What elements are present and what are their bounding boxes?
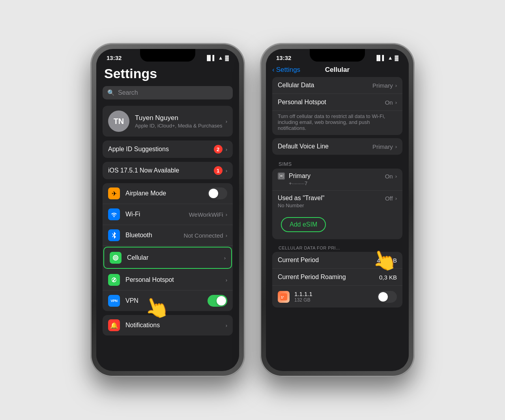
current-period-roaming-value: 0,3 KB (379, 274, 397, 281)
airplane-icon: ✈ (108, 188, 120, 199)
primary-sim-chevron: › (395, 173, 397, 179)
primary-sim-number: +·········7 (289, 180, 397, 186)
signal-icon: ▐▌▌ (205, 55, 216, 61)
add-esim-button[interactable]: Add eSIM (281, 217, 326, 232)
wifi-status-icon-right: ▲ (388, 55, 393, 61)
app-1111-name: 1.1.1.1 (294, 291, 377, 297)
airplane-toggle-thumb (209, 189, 218, 198)
current-period-row[interactable]: Current Period 472 GB (272, 252, 402, 269)
personal-hotspot-chevron: › (395, 99, 397, 105)
current-period-value: 472 GB (377, 257, 397, 264)
ios-update-group[interactable]: iOS 17.5.1 Now Available 1 › (103, 162, 233, 179)
profile-chevron: › (226, 118, 227, 124)
profile-subtitle: Apple ID, iCloud+, Media & Purchases (135, 123, 226, 129)
cellular-content: Cellular Data Primary › Personal Hotspot… (266, 77, 409, 311)
default-voice-row[interactable]: Default Voice Line Primary › (272, 138, 402, 155)
main-settings-group: ✈ Airplane Mode Wi-Fi (103, 183, 233, 311)
airplane-mode-row[interactable]: ✈ Airplane Mode (103, 183, 233, 204)
back-button[interactable]: ‹ Settings (272, 66, 300, 74)
search-placeholder: Search (118, 89, 138, 96)
ios-update-badge: 1 (214, 166, 223, 175)
wifi-row[interactable]: Wi-Fi WeWorkWiFi › (103, 204, 233, 225)
current-period-label: Current Period (278, 257, 377, 264)
app-1111-toggle[interactable] (377, 291, 397, 303)
primary-sim-label: Primary (289, 172, 385, 180)
notifications-group[interactable]: 🔔 Notifications › (103, 315, 233, 336)
wifi-chevron: › (226, 212, 227, 218)
phone-screen-right: 13:32 ▐▌▌ ▲ ▓ ‹ Settings Cellular (266, 49, 409, 371)
cellular-icon (110, 252, 122, 264)
travel-sim-container[interactable]: Used as "Travel" Off › No Number (272, 191, 402, 212)
ios-update-row[interactable]: iOS 17.5.1 Now Available 1 › (103, 162, 233, 179)
status-icons-right: ▐▌▌ ▲ ▓ (375, 55, 398, 61)
add-esim-container[interactable]: Add eSIM (272, 212, 402, 239)
vpn-label: VPN (125, 297, 208, 304)
svg-rect-4 (280, 175, 282, 177)
primary-sim-container[interactable]: Primary On › +·········7 (272, 169, 402, 191)
vpn-toggle-thumb (217, 296, 226, 306)
data-usage-group: Current Period 472 GB Current Period Roa… (272, 252, 402, 308)
cellular-data-group: Cellular Data Primary › Personal Hotspot… (272, 77, 402, 135)
travel-sim-value: Off (385, 195, 393, 202)
current-period-roaming-label: Current Period Roaming (278, 274, 379, 281)
travel-sim-label: Used as "Travel" (278, 195, 385, 202)
bluetooth-row[interactable]: Bluetooth Not Connected › (103, 225, 233, 246)
cellular-row[interactable]: Cellular › (103, 247, 232, 269)
bluetooth-value: Not Connected (184, 232, 223, 239)
personal-hotspot-row[interactable]: Personal Hotspot › (103, 270, 233, 291)
personal-hotspot-label-right: Personal Hotspot (278, 99, 385, 106)
cellular-data-label: Cellular Data (278, 82, 372, 89)
app-1111-icon: 1¹ (278, 291, 290, 303)
nav-bar: ‹ Settings Cellular (266, 63, 409, 77)
signal-icon-right: ▐▌▌ (375, 55, 386, 61)
current-period-roaming-row[interactable]: Current Period Roaming 0,3 KB (272, 269, 402, 286)
search-icon: 🔍 (107, 89, 115, 96)
cellular-data-section-label: CELLULAR DATA FOR PRI... (272, 242, 402, 252)
bluetooth-icon (108, 229, 120, 241)
cellular-screen-content: ‹ Settings Cellular Cellular Data Primar… (266, 63, 409, 368)
vpn-row[interactable]: VPN VPN (103, 291, 233, 311)
notifications-label: Notifications (125, 322, 226, 329)
hotspot-icon (108, 274, 120, 286)
cellular-label: Cellular (127, 254, 224, 261)
cellular-data-row[interactable]: Cellular Data Primary › (272, 77, 402, 94)
default-voice-group: Default Voice Line Primary › (272, 138, 402, 155)
vpn-toggle[interactable] (208, 295, 227, 307)
bluetooth-chevron: › (226, 232, 227, 238)
default-voice-value: Primary (372, 143, 393, 150)
wifi-icon (108, 208, 120, 220)
apple-id-suggestions-row[interactable]: Apple ID Suggestions 2 › (103, 141, 233, 158)
ios-update-chevron: › (226, 168, 227, 174)
battery-icon: ▓ (225, 55, 229, 61)
notifications-icon: 🔔 (108, 319, 120, 331)
hotspot-chevron: › (226, 277, 227, 283)
vpn-icon: VPN (108, 295, 120, 307)
settings-title: Settings (104, 66, 233, 81)
default-voice-label: Default Voice Line (278, 143, 372, 150)
travel-sim-top: Used as "Travel" Off › (278, 195, 397, 202)
sims-section-label: SIMs (272, 158, 402, 169)
primary-sim-top: Primary On › (278, 172, 397, 180)
airplane-toggle[interactable] (208, 188, 227, 199)
default-voice-chevron: › (395, 144, 397, 150)
time-left: 13:32 (107, 54, 122, 61)
time-right: 13:32 (276, 54, 291, 61)
profile-group[interactable]: TN Tuyen Nguyen Apple ID, iCloud+, Media… (103, 106, 233, 137)
personal-hotspot-row-right[interactable]: Personal Hotspot On › (272, 94, 402, 111)
battery-icon-right: ▓ (395, 55, 398, 61)
settings-screen-content: Settings 🔍 Search TN Tuyen Nguyen Apple … (96, 63, 239, 368)
phone-screen-left: 13:32 ▐▌▌ ▲ ▓ Settings 🔍 Search TN (96, 49, 239, 371)
profile-row[interactable]: TN Tuyen Nguyen Apple ID, iCloud+, Media… (103, 106, 233, 137)
notifications-row[interactable]: 🔔 Notifications › (103, 315, 233, 336)
left-phone: 13:32 ▐▌▌ ▲ ▓ Settings 🔍 Search TN (91, 43, 245, 377)
cellular-chevron: › (224, 255, 226, 261)
sims-group: Primary On › +·········7 Used as "Travel… (272, 169, 402, 239)
travel-sim-chevron: › (395, 195, 397, 201)
app-1111-row[interactable]: 1¹ 1.1.1.1 132 GB (272, 286, 402, 308)
app-1111-info: 1.1.1.1 132 GB (294, 291, 377, 303)
search-bar[interactable]: 🔍 Search (103, 86, 233, 99)
personal-hotspot-value: On (385, 99, 393, 106)
apple-id-group[interactable]: Apple ID Suggestions 2 › (103, 141, 233, 158)
profile-info: Tuyen Nguyen Apple ID, iCloud+, Media & … (135, 114, 226, 129)
app-1111-toggle-thumb (378, 292, 388, 302)
